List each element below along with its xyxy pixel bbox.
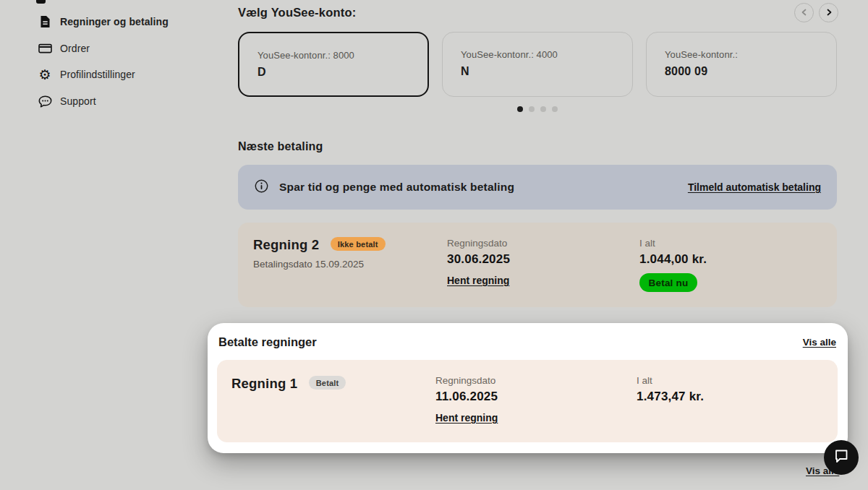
carousel-dots xyxy=(517,106,558,112)
chevron-left-icon xyxy=(801,7,808,18)
download-bill-link[interactable]: Hent regning xyxy=(447,275,509,286)
account-card-label: YouSee-kontonr.: xyxy=(665,49,819,60)
chevron-right-icon xyxy=(825,7,833,18)
page-title: Vælg YouSee-konto: xyxy=(238,6,356,20)
invoice-date-column: Regningsdato 30.06.2025 Hent regning xyxy=(447,238,510,287)
account-card-4000-n[interactable]: YouSee-kontonr.: 4000 N xyxy=(442,32,633,97)
invoice-date-label: Regningsdato xyxy=(447,238,510,249)
status-badge: Ikke betalt xyxy=(331,237,386,251)
paid-bills-panel: Betalte regninger Vis alle Regning 1 Bet… xyxy=(208,323,848,453)
status-badge: Betalt xyxy=(309,376,346,390)
sidebar-item-orders[interactable]: Ordrer xyxy=(38,41,90,56)
paid-bills-heading: Betalte regninger xyxy=(218,335,317,349)
total-column: I alt 1.473,47 kr. xyxy=(637,375,704,404)
account-card-8000-d[interactable]: YouSee-kontonr.: 8000 D xyxy=(238,32,429,97)
sidebar-item-bills[interactable]: Regninger og betaling xyxy=(38,14,169,29)
info-icon xyxy=(255,179,268,196)
sidebar-item-support[interactable]: Support xyxy=(38,94,96,108)
autopay-banner-text: Spar tid og penge med automatisk betalin… xyxy=(279,181,514,194)
paid-bill-card: Regning 1 Betalt Regningsdato 11.06.2025… xyxy=(217,360,838,442)
bill-title-row: Regning 2 Ikke betalt xyxy=(253,237,386,253)
download-bill-link[interactable]: Hent regning xyxy=(435,412,498,424)
total-label: I alt xyxy=(637,375,704,386)
invoice-date-label: Regningsdato xyxy=(435,375,498,386)
total-value: 1.473,47 kr. xyxy=(637,390,704,404)
invoice-date-column: Regningsdato 11.06.2025 Hent regning xyxy=(435,375,498,424)
sidebar-item-label: Support xyxy=(60,95,96,107)
autopay-signup-link[interactable]: Tilmeld automatisk betaling xyxy=(688,181,821,193)
account-card-value: 8000 09 xyxy=(665,65,819,78)
bill-title: Regning 2 xyxy=(253,237,319,252)
total-value: 1.044,00 kr. xyxy=(639,252,707,267)
carousel-dot[interactable] xyxy=(529,106,535,112)
gear-icon: ⚙ xyxy=(38,67,52,82)
chat-fab-button[interactable] xyxy=(824,440,859,475)
carousel-dot[interactable] xyxy=(517,106,523,112)
carousel-prev-button[interactable] xyxy=(794,3,814,22)
carousel-dot[interactable] xyxy=(552,106,558,112)
chat-icon xyxy=(38,94,52,108)
paid-bills-view-all-link[interactable]: Vis alle xyxy=(803,337,836,348)
cutoff-icon-fragment xyxy=(36,0,46,4)
invoice-date-value: 11.06.2025 xyxy=(435,390,498,404)
total-column: I alt 1.044,00 kr. Betal nu xyxy=(639,238,707,292)
sidebar-item-label: Regninger og betaling xyxy=(60,16,169,27)
document-icon xyxy=(38,14,52,29)
account-card-value: N xyxy=(461,65,615,78)
pay-now-button[interactable]: Betal nu xyxy=(639,273,697,292)
payment-date-text: Betalingsdato 15.09.2025 xyxy=(253,259,364,270)
account-card-8000-09[interactable]: YouSee-kontonr.: 8000 09 xyxy=(646,32,837,97)
autopay-banner: Spar tid og penge med automatisk betalin… xyxy=(238,165,837,210)
carousel-next-button[interactable] xyxy=(819,3,838,22)
unpaid-bill-card: Regning 2 Ikke betalt Betalingsdato 15.0… xyxy=(238,223,837,307)
next-payment-heading: Næste betaling xyxy=(238,140,323,153)
account-card-label: YouSee-kontonr.: 8000 xyxy=(258,50,410,61)
chat-bubble-icon xyxy=(833,449,849,466)
bill-title: Regning 1 xyxy=(231,376,297,391)
carousel-dot[interactable] xyxy=(540,106,546,112)
account-card-value: D xyxy=(258,66,410,79)
bill-title-row: Regning 1 Betalt xyxy=(231,376,346,392)
account-card-label: YouSee-kontonr.: 4000 xyxy=(461,49,615,60)
sidebar-item-label: Profilindstillinger xyxy=(60,69,135,80)
total-label: I alt xyxy=(639,238,707,249)
sidebar-item-profile-settings[interactable]: ⚙ Profilindstillinger xyxy=(38,67,135,82)
card-icon xyxy=(38,41,52,56)
sidebar-item-label: Ordrer xyxy=(60,43,90,54)
invoice-date-value: 30.06.2025 xyxy=(447,252,510,267)
